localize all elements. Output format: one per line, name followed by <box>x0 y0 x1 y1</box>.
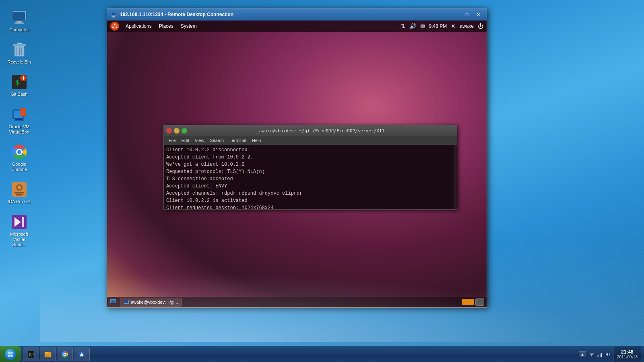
svg-rect-59 <box>590 353 594 354</box>
terminal-file-menu[interactable]: File <box>166 138 178 143</box>
svg-point-54 <box>64 354 66 355</box>
recycle-bin-label: Recycle Bin <box>7 60 31 65</box>
terminal-help-menu[interactable]: Help <box>250 138 264 143</box>
ubuntu-clock: 9:48 PM <box>429 23 447 29</box>
terminal-line-3: Requested protocols: TLS(Y) NLA(n) <box>166 168 454 175</box>
virtualbox-icon <box>11 107 27 123</box>
svg-rect-49 <box>45 354 50 355</box>
start-orb <box>5 349 16 360</box>
rdp-window-controls: — □ ✕ <box>450 10 483 19</box>
ubuntu-username: awake <box>460 23 474 29</box>
svg-rect-39 <box>124 300 129 304</box>
start-button[interactable] <box>0 346 21 362</box>
svg-rect-40 <box>124 300 128 303</box>
taskbar-item-cmd[interactable]: C:\ <box>23 348 39 361</box>
taskbar-item-setup[interactable] <box>74 348 90 361</box>
svg-marker-64 <box>606 352 608 356</box>
desktop-icon-chrome[interactable]: Google Chrome <box>4 142 34 174</box>
svg-rect-1 <box>13 12 25 20</box>
tray-signal-icon[interactable] <box>597 351 603 358</box>
svg-rect-24 <box>14 192 24 193</box>
chrome-icon <box>11 144 27 160</box>
visual-studio-label: Microsoft Visual Studi... <box>6 232 33 248</box>
computer-icon-label: Computer <box>9 27 29 33</box>
rdp-title-icon <box>110 11 118 18</box>
svg-rect-32 <box>111 17 116 18</box>
ubuntu-logo-icon[interactable] <box>110 22 119 31</box>
svg-rect-50 <box>45 355 50 356</box>
terminal-edit-menu[interactable]: Edit <box>179 138 192 143</box>
svg-rect-60 <box>597 356 598 357</box>
cmd-icon: C:\ <box>27 351 35 358</box>
terminal-minimize-button[interactable] <box>174 128 180 134</box>
clock-time: 21:48 <box>621 349 634 355</box>
terminal-terminal-menu[interactable]: Terminal <box>227 138 249 143</box>
svg-rect-44 <box>11 355 13 357</box>
desktop-icon-virtualbox[interactable]: Oracle VM VirtualBox <box>4 105 34 136</box>
terminal-line-4: TLS connection accepted <box>166 175 454 183</box>
terminal-view-menu[interactable]: View <box>192 138 207 143</box>
svg-rect-2 <box>17 21 22 23</box>
visual-studio-icon <box>11 214 27 230</box>
tray-volume-icon[interactable] <box>605 351 611 358</box>
terminal-line-2: We've got a client 10.0.2.2 <box>166 161 454 168</box>
ubuntu-network-icon[interactable]: ⇅ <box>400 23 405 29</box>
taskbar-item-explorer[interactable] <box>40 348 56 361</box>
terminal-search-menu[interactable]: Search <box>207 138 226 143</box>
taskbar-items: C:\ <box>21 346 576 362</box>
system-tray: ▲ <box>576 346 644 362</box>
ubuntu-mail-icon[interactable]: ✉ <box>420 23 425 29</box>
ubuntu-volume-icon[interactable]: 🔊 <box>409 23 416 29</box>
ubuntu-power-icon[interactable]: ⏻ <box>478 23 483 29</box>
desktop-icon-git-bash[interactable]: $_ Git Bash <box>4 72 34 99</box>
svg-rect-62 <box>600 354 601 357</box>
desktop-icon-recycle[interactable]: Recycle Bin <box>4 40 34 66</box>
rdp-minimize-button[interactable]: — <box>450 10 461 19</box>
svg-rect-41 <box>8 352 10 354</box>
git-bash-label: Git Bash <box>10 92 27 97</box>
system-clock[interactable]: 21:48 2011-09-13 <box>613 346 641 362</box>
desktop-icon-computer[interactable]: Computer <box>4 8 34 34</box>
rdp-titlebar: 192.168.1.110:1234 - Remote Desktop Conn… <box>107 8 487 21</box>
terminal-line-6: Accepted channels: rdpdr rdpsnd drdynvc … <box>166 190 454 197</box>
terminal-close-button[interactable] <box>166 128 172 134</box>
terminal-scrollbar[interactable] <box>454 145 457 209</box>
terminal-line-1: Accepted client from 10.0.2.2. <box>166 154 454 161</box>
ubuntu-task-orange-indicator <box>462 299 474 305</box>
terminal-line-7: Client 10.0.2.2 is activated <box>166 197 454 204</box>
svg-rect-51 <box>45 356 49 357</box>
ubuntu-power-icon-decoration: ✕ <box>451 23 456 29</box>
desktop-icon-visual-studio[interactable]: Microsoft Visual Studi... <box>4 212 34 249</box>
rdp-window: 192.168.1.110:1234 - Remote Desktop Conn… <box>107 8 487 308</box>
svg-rect-3 <box>14 23 24 24</box>
ubuntu-applications-menu[interactable]: Applications <box>122 23 155 30</box>
desktop-icon-ida-pro[interactable]: IDA Pro 6.1 <box>4 180 34 206</box>
svg-rect-31 <box>112 16 115 17</box>
rdp-close-button[interactable]: ✕ <box>473 10 483 19</box>
terminal-maximize-button[interactable] <box>182 128 187 134</box>
ubuntu-places-menu[interactable]: Places <box>156 23 177 30</box>
svg-rect-48 <box>45 352 48 353</box>
ubuntu-task-close[interactable] <box>475 298 484 306</box>
ubuntu-panel-right: ⇅ 🔊 ✉ 9:48 PM ✕ awake ⏻ <box>400 23 483 29</box>
terminal-title: awake@vboxdev: ~/git/FreeRDP/FreeRDP/ser… <box>189 128 454 134</box>
virtualbox-label: Oracle VM VirtualBox <box>6 124 33 135</box>
taskbar-item-chrome[interactable] <box>57 348 73 361</box>
svg-rect-42 <box>11 352 13 354</box>
ubuntu-system-menu[interactable]: System <box>178 23 200 30</box>
svg-rect-57 <box>591 355 592 356</box>
tray-network-icon[interactable] <box>588 351 595 358</box>
ubuntu-menu-bar: Applications Places System <box>122 23 200 30</box>
svg-point-34 <box>114 24 116 25</box>
tray-expand-button[interactable]: ▲ <box>579 351 586 357</box>
windows-desktop: Computer Recycle Bin $_ <box>0 0 644 362</box>
ubuntu-taskbar-item[interactable]: awake@vboxdev: ~/gi... <box>120 298 182 306</box>
svg-rect-15 <box>15 119 23 120</box>
svg-point-20 <box>17 150 21 154</box>
rdp-maximize-button[interactable]: □ <box>462 10 472 19</box>
svg-rect-58 <box>590 354 593 355</box>
computer-icon <box>11 10 27 26</box>
terminal-line-8: Client requested desktop: 1024x768x24 <box>166 204 454 209</box>
ubuntu-taskbar-right <box>462 298 484 306</box>
explorer-icon <box>44 351 52 358</box>
